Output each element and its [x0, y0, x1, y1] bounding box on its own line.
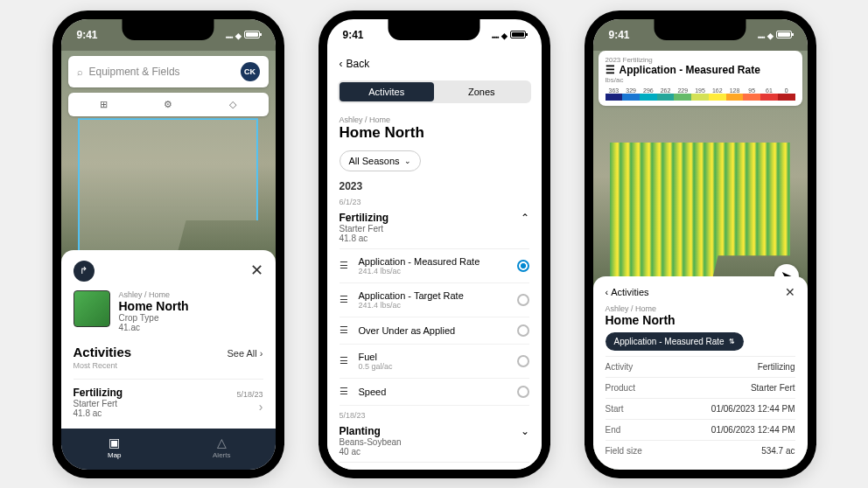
back-button[interactable]: ‹ Back [327, 51, 542, 77]
activity-date: 5/18/23 [340, 411, 529, 420]
layers-icon: ☰ [340, 260, 352, 271]
field-boundary[interactable] [78, 118, 258, 254]
radio-button[interactable] [517, 355, 529, 367]
legend-swatch [674, 94, 691, 101]
activities-title: Activities [74, 345, 132, 359]
legend-value: 0 [778, 87, 795, 94]
layer-value: 0.5 gal/ac [359, 362, 510, 371]
layer-row[interactable]: ☰ Application - Target Rate241.4 lbs/ac [340, 283, 529, 317]
legend-value: 95 [743, 87, 760, 94]
legend-cell: 363 [606, 87, 623, 101]
legend-value: 262 [657, 87, 675, 94]
tab-zones[interactable]: Zones [434, 82, 529, 101]
field-thumbnail[interactable] [74, 290, 110, 327]
status-icons [225, 29, 259, 41]
seg-tractor-icon[interactable]: ⚙ [136, 96, 200, 113]
see-all-link[interactable]: See All › [228, 348, 263, 359]
detail-value: 534.7 ac [761, 446, 794, 456]
detail-value: Fertilizing [758, 362, 795, 372]
layers-icon: ☰ [340, 294, 352, 305]
chevron-down-icon: ⌄ [521, 425, 529, 457]
radio-button[interactable] [517, 260, 529, 272]
radio-button[interactable] [517, 294, 529, 306]
activity-planting[interactable]: Planting Beans-Soybean 40 ac ⌄ [340, 420, 529, 463]
legend-card: 2023 Fertilizing ☰ Application - Measure… [598, 51, 802, 106]
chevron-left-icon: ‹ [606, 287, 609, 297]
layer-chip[interactable]: Application - Measured Rate ⇅ [606, 332, 744, 351]
seg-tag-icon[interactable]: ◇ [200, 96, 265, 113]
legend-cell: 195 [691, 87, 709, 101]
directions-button[interactable]: ↱ [74, 261, 94, 282]
exp-acres: 41.8 ac [340, 234, 389, 243]
back-activities[interactable]: ‹ Activities [606, 287, 649, 297]
chevron-down-icon: ⌄ [404, 157, 411, 165]
field-name: Home North [119, 299, 189, 313]
tab-activities[interactable]: Activites [340, 82, 435, 101]
detail-value: 01/06/2023 12:44 PM [711, 425, 795, 435]
layer-value: 241.4 lbs/ac [359, 267, 510, 275]
layers-icon: ☰ [340, 324, 352, 336]
legend-swatch [760, 94, 778, 101]
radio-button[interactable] [517, 386, 529, 398]
field-card: ↱ ✕ Ashley / Home Home North Crop Type 4… [61, 250, 276, 429]
season-filter[interactable]: All Seasons ⌄ [340, 150, 421, 171]
details-card: ‹ Activities ✕ Ashley / Home Home North … [593, 276, 808, 470]
heatmap-field[interactable] [610, 143, 790, 293]
screen-1: 9:41 ⌕ Equipment & Fields CK ⊞ ⚙ ◇ [61, 19, 276, 470]
legend-cell: 229 [674, 87, 691, 101]
battery-icon [244, 31, 260, 38]
search-bar[interactable]: ⌕ Equipment & Fields CK [68, 56, 269, 87]
layer-row[interactable]: ☰ Fuel0.5 gal/ac [340, 345, 529, 379]
notch [654, 19, 746, 40]
activity-row[interactable]: Fertilizing Starter Fert 41.8 ac 5/18/23… [74, 379, 263, 418]
legend-scale: 36332929626222919516212895610 [606, 87, 795, 101]
legend-cell: 128 [726, 87, 744, 101]
layer-row[interactable]: ☰ Application - Measured Rate241.4 lbs/a… [340, 249, 529, 283]
layer-name: Speed [359, 387, 510, 397]
layer-value: 241.4 lbs/ac [359, 301, 510, 310]
legend-value: 195 [691, 87, 709, 94]
close-button[interactable]: ✕ [250, 261, 263, 282]
detail-value: Starter Fert [751, 383, 795, 393]
detail-key: End [606, 425, 621, 435]
seg-grid-icon[interactable]: ⊞ [72, 96, 136, 113]
radio-button[interactable] [517, 324, 529, 337]
layer-row[interactable]: ☰ Speed [340, 379, 529, 406]
wifi-icon [501, 29, 508, 41]
map-overlay: ⌕ Equipment & Fields CK ⊞ ⚙ ◇ [61, 51, 276, 122]
legend-swatch [709, 94, 726, 101]
search-icon: ⌕ [77, 66, 83, 77]
exp-product: Beans-Soybean [340, 437, 402, 447]
close-button[interactable]: ✕ [785, 285, 795, 299]
phone-1: 9:41 ⌕ Equipment & Fields CK ⊞ ⚙ ◇ [52, 10, 284, 478]
exp-title: Fertilizing [340, 212, 389, 224]
chevron-left-icon: ‹ [340, 58, 343, 70]
status-time: 9:41 [343, 29, 364, 41]
legend-swatch [691, 94, 709, 101]
layer-row[interactable]: ☰ Over Under as Applied [340, 317, 529, 345]
detail-key: Product [606, 383, 635, 393]
nav-alerts[interactable]: △ Alerts [168, 436, 276, 459]
legend-cell: 61 [760, 87, 778, 101]
layer-name: Application - Measured Rate [359, 256, 510, 267]
detail-row: Start01/06/2023 12:44 PM [606, 398, 795, 419]
notch [122, 19, 214, 40]
nav-map[interactable]: ▣ Map [61, 436, 169, 459]
crop-type: Crop Type [119, 313, 189, 323]
phone-2: 9:41 ‹ Back Activites Zones Ashley / Hom… [318, 10, 550, 478]
activities-panel: ‹ Back Activites Zones Ashley / Home Hom… [327, 51, 542, 470]
activity-fertilizing[interactable]: Fertilizing Starter Fert 41.8 ac ⌃ [340, 206, 529, 249]
layers-icon: ☰ [606, 64, 615, 76]
detail-key: Activity [606, 362, 634, 372]
map-view[interactable]: 2023 Fertilizing ☰ Application - Measure… [593, 51, 808, 470]
exp-title: Planting [340, 425, 402, 437]
wifi-icon [767, 29, 774, 41]
wifi-icon [235, 29, 242, 41]
map-type-toggle[interactable]: ⊞ ⚙ ◇ [68, 93, 269, 116]
user-avatar[interactable]: CK [241, 62, 260, 81]
map-view[interactable]: ⌕ Equipment & Fields CK ⊞ ⚙ ◇ ➤ ↱ ✕ [61, 51, 276, 429]
status-icons [757, 29, 791, 41]
battery-icon [776, 31, 792, 38]
status-icons [491, 29, 525, 41]
legend-title: ☰ Application - Measured Rate [606, 64, 795, 76]
